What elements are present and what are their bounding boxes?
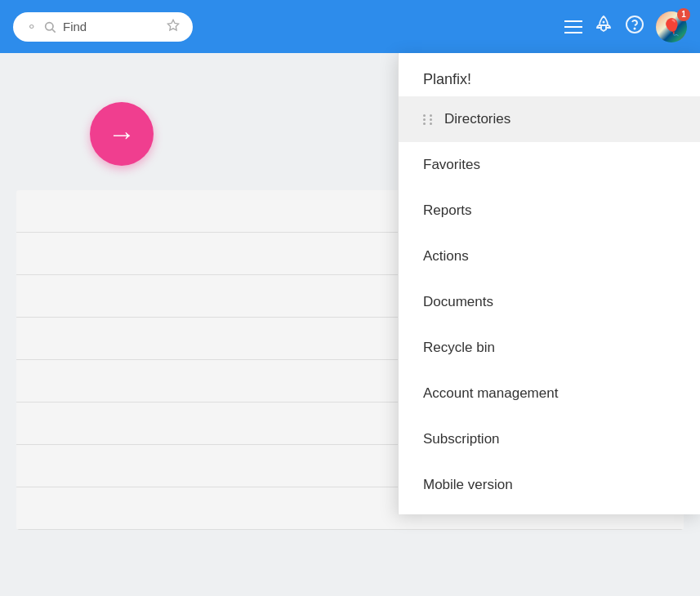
menu-item-recycle-bin-label: Recycle bin xyxy=(423,340,495,356)
avatar-notification-badge: 1 xyxy=(677,8,690,21)
menu-item-documents[interactable]: Documents xyxy=(399,279,700,325)
menu-item-account-management-label: Account management xyxy=(423,385,558,402)
menu-item-mobile-version[interactable]: Mobile version xyxy=(399,462,700,508)
planfix-menu-title[interactable]: Planfix! xyxy=(399,60,700,96)
menu-item-recycle-bin[interactable]: Recycle bin xyxy=(399,325,700,371)
svg-point-0 xyxy=(46,22,53,29)
navigate-button[interactable]: → xyxy=(90,102,154,166)
menu-item-reports-label: Reports xyxy=(423,202,472,219)
menu-item-directories[interactable]: Directories xyxy=(399,96,700,142)
header-right: 🎈 1 xyxy=(564,11,687,42)
svg-marker-2 xyxy=(167,20,178,30)
search-icon: ⚬ xyxy=(26,19,37,34)
help-icon[interactable] xyxy=(625,15,644,39)
avatar-wrap[interactable]: 🎈 1 xyxy=(656,11,687,42)
svg-point-3 xyxy=(603,20,605,23)
menu-item-favorites-label: Favorites xyxy=(423,157,480,173)
menu-item-account-management[interactable]: Account management xyxy=(399,371,700,416)
arrow-icon: → xyxy=(108,118,136,150)
menu-item-subscription-label: Subscription xyxy=(423,431,500,447)
star-icon[interactable] xyxy=(167,19,180,35)
svg-line-1 xyxy=(52,29,56,33)
dropdown-menu: Planfix! Directories Favorites Reports A… xyxy=(398,53,700,514)
menu-item-actions-label: Actions xyxy=(423,248,469,265)
main-area: → Planfix! Directories Favorites xyxy=(0,53,700,596)
header: ⚬ Find xyxy=(0,0,700,53)
search-icon-svg xyxy=(43,20,56,33)
hamburger-icon[interactable] xyxy=(564,20,582,33)
menu-item-actions[interactable]: Actions xyxy=(399,234,700,279)
search-bar[interactable]: ⚬ Find xyxy=(13,12,193,42)
menu-item-directories-label: Directories xyxy=(444,111,511,127)
header-left: ⚬ Find xyxy=(13,12,556,42)
menu-item-mobile-version-label: Mobile version xyxy=(423,477,513,493)
search-label: Find xyxy=(63,20,87,33)
drag-handle-icon xyxy=(423,114,435,125)
rocket-icon[interactable] xyxy=(594,15,613,39)
menu-item-subscription[interactable]: Subscription xyxy=(399,416,700,462)
menu-item-documents-label: Documents xyxy=(423,294,493,310)
menu-item-reports[interactable]: Reports xyxy=(399,188,700,234)
menu-item-favorites[interactable]: Favorites xyxy=(399,142,700,188)
